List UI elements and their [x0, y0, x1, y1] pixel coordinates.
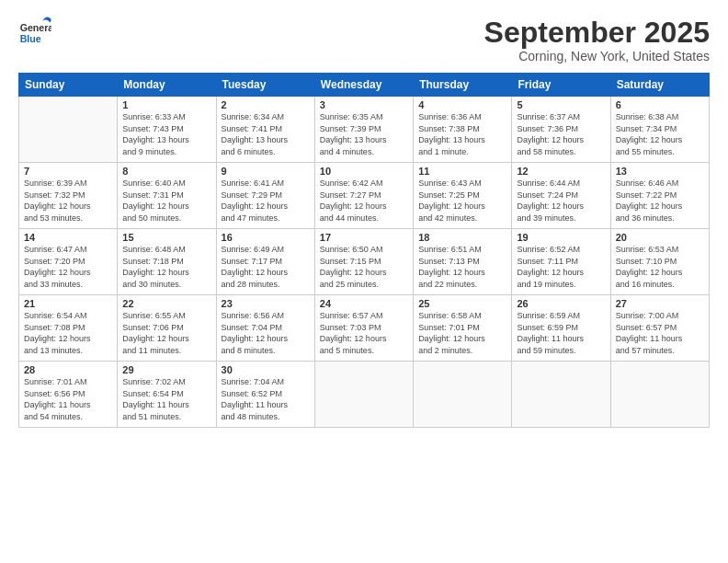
day-number: 3	[320, 99, 408, 110]
calendar-cell: 21Sunrise: 6:54 AM Sunset: 7:08 PM Dayli…	[19, 295, 118, 362]
calendar-cell: 17Sunrise: 6:50 AM Sunset: 7:15 PM Dayli…	[314, 229, 413, 295]
day-of-week-saturday: Saturday	[610, 74, 709, 97]
day-number: 27	[616, 298, 704, 309]
calendar-cell: 16Sunrise: 6:49 AM Sunset: 7:17 PM Dayli…	[216, 229, 314, 295]
svg-text:Blue: Blue	[20, 33, 41, 44]
calendar-cell: 26Sunrise: 6:59 AM Sunset: 6:59 PM Dayli…	[512, 295, 610, 362]
day-info: Sunrise: 6:58 AM Sunset: 7:01 PM Dayligh…	[418, 310, 506, 356]
day-info: Sunrise: 6:56 AM Sunset: 7:04 PM Dayligh…	[222, 310, 310, 356]
calendar-week-0: 1Sunrise: 6:33 AM Sunset: 7:43 PM Daylig…	[19, 97, 710, 163]
calendar-cell: 14Sunrise: 6:47 AM Sunset: 7:20 PM Dayli…	[19, 229, 118, 295]
day-number: 4	[418, 99, 506, 110]
page: General Blue September 2025 Corning, New…	[0, 0, 728, 563]
logo-icon: General Blue	[18, 17, 51, 50]
calendar-cell: 15Sunrise: 6:48 AM Sunset: 7:18 PM Dayli…	[118, 229, 216, 295]
calendar-cell: 28Sunrise: 7:01 AM Sunset: 6:56 PM Dayli…	[19, 362, 118, 428]
day-number: 17	[320, 232, 408, 243]
calendar-cell: 22Sunrise: 6:55 AM Sunset: 7:06 PM Dayli…	[118, 295, 216, 362]
calendar-cell: 30Sunrise: 7:04 AM Sunset: 6:52 PM Dayli…	[216, 362, 314, 428]
day-info: Sunrise: 6:40 AM Sunset: 7:31 PM Dayligh…	[122, 178, 210, 224]
day-info: Sunrise: 6:59 AM Sunset: 6:59 PM Dayligh…	[517, 310, 605, 356]
day-info: Sunrise: 7:02 AM Sunset: 6:54 PM Dayligh…	[122, 376, 210, 422]
day-info: Sunrise: 6:51 AM Sunset: 7:13 PM Dayligh…	[418, 244, 506, 290]
day-number: 14	[24, 232, 112, 243]
calendar-cell	[19, 97, 118, 163]
day-number: 25	[418, 298, 506, 309]
day-number: 26	[517, 298, 605, 309]
day-info: Sunrise: 6:41 AM Sunset: 7:29 PM Dayligh…	[222, 178, 310, 224]
day-info: Sunrise: 6:33 AM Sunset: 7:43 PM Dayligh…	[122, 111, 210, 157]
day-info: Sunrise: 6:39 AM Sunset: 7:32 PM Dayligh…	[24, 178, 112, 224]
calendar-cell: 23Sunrise: 6:56 AM Sunset: 7:04 PM Dayli…	[216, 295, 314, 362]
calendar-cell: 10Sunrise: 6:42 AM Sunset: 7:27 PM Dayli…	[314, 163, 413, 229]
day-info: Sunrise: 6:46 AM Sunset: 7:22 PM Dayligh…	[616, 178, 704, 224]
calendar-cell: 8Sunrise: 6:40 AM Sunset: 7:31 PM Daylig…	[118, 163, 216, 229]
calendar-cell: 5Sunrise: 6:37 AM Sunset: 7:36 PM Daylig…	[512, 97, 610, 163]
logo: General Blue	[18, 17, 53, 50]
calendar-cell: 2Sunrise: 6:34 AM Sunset: 7:41 PM Daylig…	[216, 97, 314, 163]
day-number: 23	[222, 298, 310, 309]
day-number: 8	[122, 166, 210, 177]
day-of-week-tuesday: Tuesday	[216, 74, 314, 97]
day-info: Sunrise: 6:54 AM Sunset: 7:08 PM Dayligh…	[24, 310, 112, 356]
calendar: SundayMondayTuesdayWednesdayThursdayFrid…	[18, 73, 710, 428]
header: General Blue September 2025 Corning, New…	[18, 17, 710, 63]
day-info: Sunrise: 6:48 AM Sunset: 7:18 PM Dayligh…	[122, 244, 210, 290]
day-of-week-thursday: Thursday	[414, 74, 512, 97]
calendar-cell: 19Sunrise: 6:52 AM Sunset: 7:11 PM Dayli…	[512, 229, 610, 295]
calendar-week-2: 14Sunrise: 6:47 AM Sunset: 7:20 PM Dayli…	[19, 229, 710, 295]
day-info: Sunrise: 7:01 AM Sunset: 6:56 PM Dayligh…	[24, 376, 112, 422]
calendar-cell: 3Sunrise: 6:35 AM Sunset: 7:39 PM Daylig…	[314, 97, 413, 163]
calendar-cell: 9Sunrise: 6:41 AM Sunset: 7:29 PM Daylig…	[216, 163, 314, 229]
day-info: Sunrise: 7:04 AM Sunset: 6:52 PM Dayligh…	[222, 376, 310, 422]
day-number: 10	[320, 166, 408, 177]
day-number: 2	[222, 99, 310, 110]
day-info: Sunrise: 6:44 AM Sunset: 7:24 PM Dayligh…	[517, 178, 605, 224]
day-info: Sunrise: 6:34 AM Sunset: 7:41 PM Dayligh…	[222, 111, 310, 157]
day-of-week-sunday: Sunday	[19, 74, 118, 97]
day-info: Sunrise: 6:53 AM Sunset: 7:10 PM Dayligh…	[616, 244, 704, 290]
day-info: Sunrise: 6:37 AM Sunset: 7:36 PM Dayligh…	[517, 111, 605, 157]
day-number: 1	[122, 99, 210, 110]
calendar-cell: 27Sunrise: 7:00 AM Sunset: 6:57 PM Dayli…	[610, 295, 709, 362]
calendar-header-row: SundayMondayTuesdayWednesdayThursdayFrid…	[19, 74, 710, 97]
day-of-week-wednesday: Wednesday	[314, 74, 413, 97]
calendar-week-1: 7Sunrise: 6:39 AM Sunset: 7:32 PM Daylig…	[19, 163, 710, 229]
day-number: 20	[616, 232, 704, 243]
svg-text:General: General	[20, 22, 51, 33]
calendar-week-4: 28Sunrise: 7:01 AM Sunset: 6:56 PM Dayli…	[19, 362, 710, 428]
day-number: 6	[616, 99, 704, 110]
day-info: Sunrise: 6:38 AM Sunset: 7:34 PM Dayligh…	[616, 111, 704, 157]
calendar-cell: 12Sunrise: 6:44 AM Sunset: 7:24 PM Dayli…	[512, 163, 610, 229]
calendar-cell: 24Sunrise: 6:57 AM Sunset: 7:03 PM Dayli…	[314, 295, 413, 362]
calendar-cell	[314, 362, 413, 428]
calendar-week-3: 21Sunrise: 6:54 AM Sunset: 7:08 PM Dayli…	[19, 295, 710, 362]
day-number: 13	[616, 166, 704, 177]
day-number: 24	[320, 298, 408, 309]
calendar-cell: 4Sunrise: 6:36 AM Sunset: 7:38 PM Daylig…	[414, 97, 512, 163]
day-info: Sunrise: 6:43 AM Sunset: 7:25 PM Dayligh…	[418, 178, 506, 224]
day-number: 22	[122, 298, 210, 309]
calendar-cell: 25Sunrise: 6:58 AM Sunset: 7:01 PM Dayli…	[414, 295, 512, 362]
calendar-cell	[512, 362, 610, 428]
day-number: 30	[222, 364, 310, 375]
day-number: 15	[122, 232, 210, 243]
day-number: 5	[517, 99, 605, 110]
day-of-week-monday: Monday	[118, 74, 216, 97]
calendar-cell: 18Sunrise: 6:51 AM Sunset: 7:13 PM Dayli…	[414, 229, 512, 295]
calendar-cell: 11Sunrise: 6:43 AM Sunset: 7:25 PM Dayli…	[414, 163, 512, 229]
day-number: 12	[517, 166, 605, 177]
calendar-cell: 1Sunrise: 6:33 AM Sunset: 7:43 PM Daylig…	[118, 97, 216, 163]
title-block: September 2025 Corning, New York, United…	[484, 17, 710, 63]
calendar-cell	[610, 362, 709, 428]
day-info: Sunrise: 6:50 AM Sunset: 7:15 PM Dayligh…	[320, 244, 408, 290]
calendar-cell: 13Sunrise: 6:46 AM Sunset: 7:22 PM Dayli…	[610, 163, 709, 229]
day-info: Sunrise: 6:36 AM Sunset: 7:38 PM Dayligh…	[418, 111, 506, 157]
day-info: Sunrise: 7:00 AM Sunset: 6:57 PM Dayligh…	[616, 310, 704, 356]
day-number: 21	[24, 298, 112, 309]
day-number: 18	[418, 232, 506, 243]
day-info: Sunrise: 6:49 AM Sunset: 7:17 PM Dayligh…	[222, 244, 310, 290]
day-info: Sunrise: 6:42 AM Sunset: 7:27 PM Dayligh…	[320, 178, 408, 224]
day-info: Sunrise: 6:47 AM Sunset: 7:20 PM Dayligh…	[24, 244, 112, 290]
day-number: 28	[24, 364, 112, 375]
